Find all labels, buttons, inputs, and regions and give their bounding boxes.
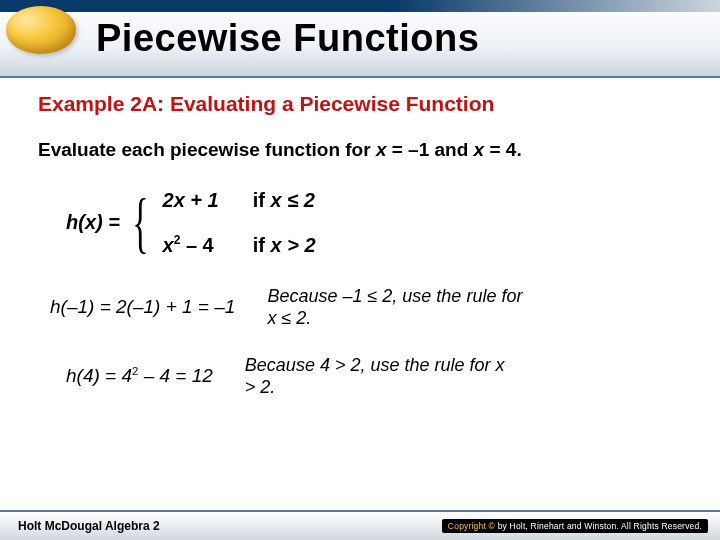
calc-line-2: h(4) = 42 – 4 = 12	[66, 365, 213, 387]
instruction-eq2: = 4.	[484, 139, 522, 160]
instruction-prefix: Evaluate each piecewise function for	[38, 139, 376, 160]
piecewise-cases: 2x + 1 if x ≤ 2 x2 – 4 if x > 2	[163, 189, 316, 257]
slide-content: Example 2A: Evaluating a Piecewise Funct…	[0, 78, 720, 399]
piecewise-definition: h(x) = { 2x + 1 if x ≤ 2 x2 – 4 if x > 2	[66, 189, 682, 257]
slide-title: Piecewise Functions	[96, 17, 479, 60]
instruction-var-x2: x	[474, 139, 485, 160]
case2-condition: if x > 2	[253, 234, 316, 257]
piecewise-lhs: h(x) =	[66, 211, 120, 234]
case2-expression: x2 – 4	[163, 234, 219, 257]
work-row: h(4) = 42 – 4 = 12 Because 4 > 2, use th…	[50, 354, 682, 399]
left-brace-icon: {	[132, 202, 148, 243]
header-stripe	[0, 0, 720, 12]
case1-expression: 2x + 1	[163, 189, 219, 212]
instruction-text: Evaluate each piecewise function for x =…	[38, 138, 682, 163]
slide-header: Piecewise Functions	[0, 0, 720, 78]
case1-condition: if x ≤ 2	[253, 189, 316, 212]
reason-2: Because 4 > 2, use the rule for x > 2.	[245, 354, 505, 399]
worked-examples: h(–1) = 2(–1) + 1 = –1 Because –1 ≤ 2, u…	[50, 285, 682, 399]
copyright-text: by Holt, Rinehart and Winston. All Right…	[498, 521, 702, 531]
reason-1: Because –1 ≤ 2, use the rule for x ≤ 2.	[267, 285, 527, 330]
work-row: h(–1) = 2(–1) + 1 = –1 Because –1 ≤ 2, u…	[50, 285, 682, 330]
textbook-label: Holt McDougal Algebra 2	[18, 519, 160, 533]
logo-orb-icon	[6, 6, 76, 54]
instruction-var-x1: x	[376, 139, 387, 160]
slide-footer: Holt McDougal Algebra 2 Copyright © by H…	[0, 510, 720, 540]
instruction-eq1: = –1 and	[386, 139, 473, 160]
copyright-badge: Copyright © by Holt, Rinehart and Winsto…	[442, 519, 708, 533]
example-heading: Example 2A: Evaluating a Piecewise Funct…	[38, 92, 682, 116]
calc-line-1: h(–1) = 2(–1) + 1 = –1	[50, 296, 235, 318]
